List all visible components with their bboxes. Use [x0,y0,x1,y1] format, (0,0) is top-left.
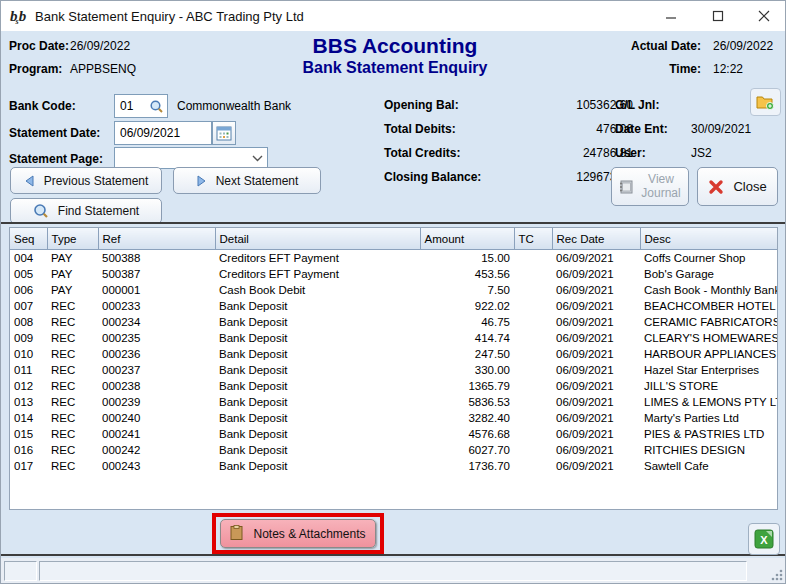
cell-rec_date: 06/09/2021 [552,458,640,474]
export-excel-button[interactable]: X [748,523,780,555]
table-row[interactable]: 007REC000233Bank Deposit922.0206/09/2021… [10,298,777,314]
table-row[interactable]: 015REC000241Bank Deposit4576.6806/09/202… [10,426,777,442]
cell-desc: LIMES & LEMONS PTY LTD [640,394,777,410]
maximize-button[interactable] [696,1,740,31]
find-statement-button[interactable]: Find Statement [10,198,162,224]
column-header-tc[interactable]: TC [514,228,552,250]
cell-tc [514,410,552,426]
search-icon [149,99,164,114]
minimize-button[interactable] [649,1,693,31]
cell-ref: 500388 [98,250,215,267]
cell-ref: 000236 [98,346,215,362]
app-window: bsb Bank Statement Enquiry - ABC Trading… [0,0,786,584]
date-picker-button[interactable] [212,121,236,145]
table-row[interactable]: 016REC000242Bank Deposit6027.7006/09/202… [10,442,777,458]
cell-rec_date: 06/09/2021 [552,330,640,346]
cell-detail: Bank Deposit [215,330,420,346]
column-header-desc[interactable]: Desc [640,228,777,250]
column-header-amount[interactable]: Amount [420,228,514,250]
cell-seq: 014 [10,410,47,426]
cell-seq: 007 [10,298,47,314]
proc-date-label: Proc Date: [9,39,69,53]
cell-ref: 000237 [98,362,215,378]
close-window-button[interactable] [742,1,786,31]
opening-bal-label: Opening Bal: [384,98,459,112]
program-value: APPBSENQ [70,62,136,76]
cell-detail: Bank Deposit [215,394,420,410]
cell-ref: 500387 [98,266,215,282]
table-row[interactable]: 009REC000235Bank Deposit414.7406/09/2021… [10,330,777,346]
title-bar: bsb Bank Statement Enquiry - ABC Trading… [1,1,785,31]
table-row[interactable]: 011REC000237Bank Deposit330.0006/09/2021… [10,362,777,378]
bank-name-value: Commonwealth Bank [177,99,291,113]
cell-type: REC [47,442,98,458]
cell-seq: 006 [10,282,47,298]
previous-statement-button[interactable]: Previous Statement [10,167,162,194]
folder-add-icon [756,94,775,110]
cell-detail: Bank Deposit [215,458,420,474]
gl-jnl-label: G/L Jnl: [615,98,659,112]
table-row[interactable]: 012REC000238Bank Deposit1365.7906/09/202… [10,378,777,394]
table-row[interactable]: 017REC000243Bank Deposit1736.7006/09/202… [10,458,777,474]
program-label: Program: [9,62,62,76]
resize-grip[interactable] [770,568,784,582]
cell-amount: 7.50 [420,282,514,298]
column-header-ref[interactable]: Ref [98,228,215,250]
cell-desc: Coffs Courner Shop [640,250,777,267]
cell-seq: 017 [10,458,47,474]
cell-ref: 000233 [98,298,215,314]
cell-amount: 5836.53 [420,394,514,410]
cell-desc: Cash Book - Monthly Bank [640,282,777,298]
status-cell-main [39,561,747,581]
statement-page-select[interactable] [114,147,268,169]
table-row[interactable]: 014REC000240Bank Deposit3282.4006/09/202… [10,410,777,426]
bank-code-field[interactable]: 01 [114,94,168,118]
statement-date-value: 06/09/2021 [115,126,211,140]
table-row[interactable]: 006PAY000001Cash Book Debit7.5006/09/202… [10,282,777,298]
cell-desc: RITCHIES DESIGN [640,442,777,458]
cell-type: PAY [47,250,98,267]
cell-seq: 004 [10,250,47,267]
close-button[interactable]: Close [697,167,778,206]
date-ent-label: Date Ent: [615,122,668,136]
cell-ref: 000238 [98,378,215,394]
total-debits-label: Total Debits: [384,122,456,136]
table-row[interactable]: 008REC000234Bank Deposit46.7506/09/2021C… [10,314,777,330]
cell-ref: 000240 [98,410,215,426]
cell-rec_date: 06/09/2021 [552,378,640,394]
bank-code-value: 01 [115,99,145,113]
bank-code-lookup-button[interactable] [145,95,167,117]
proc-date-value: 26/09/2022 [70,39,130,53]
statement-date-field[interactable]: 06/09/2021 [114,121,212,145]
cell-seq: 011 [10,362,47,378]
next-statement-button[interactable]: Next Statement [173,167,321,194]
table-row[interactable]: 005PAY500387Creditors EFT Payment453.560… [10,266,777,282]
cell-rec_date: 06/09/2021 [552,394,640,410]
cell-ref: 000242 [98,442,215,458]
column-header-rec_date[interactable]: Rec Date [552,228,640,250]
cell-amount: 453.56 [420,266,514,282]
column-header-type[interactable]: Type [47,228,98,250]
cell-type: REC [47,378,98,394]
screen-title: Bank Statement Enquiry [235,59,555,77]
table-row[interactable]: 010REC000236Bank Deposit247.5006/09/2021… [10,346,777,362]
gl-jnl-folder-button[interactable] [750,88,781,116]
cell-type: REC [47,298,98,314]
cell-amount: 414.74 [420,330,514,346]
cell-rec_date: 06/09/2021 [552,362,640,378]
notes-attachments-label: Notes & Attachments [253,527,365,541]
notes-attachments-button[interactable]: Notes & Attachments [220,519,376,548]
find-statement-label: Find Statement [58,204,139,218]
table-row[interactable]: 004PAY500388Creditors EFT Payment15.0006… [10,250,777,267]
status-cell-left [4,561,37,581]
user-value: JS2 [691,146,712,160]
view-journal-button[interactable]: View Journal [611,167,689,206]
column-header-detail[interactable]: Detail [215,228,420,250]
table-row[interactable]: 013REC000239Bank Deposit5836.5306/09/202… [10,394,777,410]
cell-amount: 922.02 [420,298,514,314]
cell-desc: HARBOUR APPLIANCES [640,346,777,362]
column-header-seq[interactable]: Seq [10,228,47,250]
cell-detail: Bank Deposit [215,426,420,442]
maximize-icon [712,10,724,22]
cell-seq: 005 [10,266,47,282]
